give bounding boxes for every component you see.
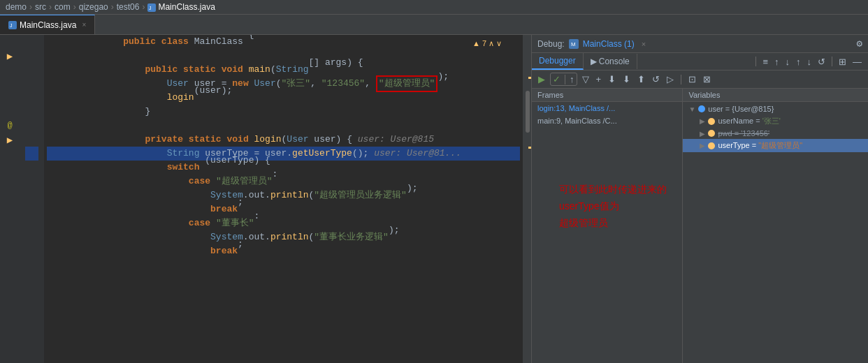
- svg-text:J: J: [149, 6, 152, 10]
- scrollbar[interactable]: [523, 35, 531, 363]
- line-num: [25, 105, 38, 119]
- breadcrumb-item: com: [55, 2, 71, 12]
- gutter-line: [0, 105, 20, 119]
- line-num: [25, 188, 38, 202]
- filter-button[interactable]: ▽: [580, 73, 591, 85]
- frame-item[interactable]: login:13, MainClass /...: [532, 102, 682, 114]
- line-num: [25, 216, 38, 230]
- gutter-line: [0, 35, 20, 49]
- gutter-line: [0, 77, 20, 91]
- var-label: pwd = '123456': [718, 129, 769, 138]
- type: User: [287, 133, 308, 147]
- breadcrumb-item: qizegao: [79, 2, 108, 12]
- var-label: user = {User@815}: [708, 105, 774, 113]
- expand-icon: ▶: [700, 117, 705, 125]
- type: User: [167, 77, 189, 91]
- string-literal: "超级管理员": [379, 78, 435, 89]
- line-num: [25, 35, 38, 49]
- scrollbar-thumb[interactable]: [526, 91, 530, 133]
- code-area[interactable]: ▶ @ ▶: [0, 35, 531, 363]
- gutter-line: [0, 91, 20, 105]
- var-item-user[interactable]: ▼ user = {User@815}: [683, 103, 868, 114]
- line-num: [25, 63, 38, 77]
- expand-icon: ▶: [700, 142, 705, 149]
- variables-header: Variables: [683, 89, 868, 102]
- highlighted-string: "超级管理员": [376, 75, 438, 92]
- pause-button[interactable]: ↓: [805, 56, 814, 68]
- method-call: login: [167, 91, 194, 105]
- gutter-line: [0, 230, 20, 244]
- keyword: static: [183, 63, 216, 77]
- editor-tab-bar: J MainClass.java ×: [0, 15, 868, 35]
- minimap-mark: [528, 147, 531, 149]
- code-line: }: [47, 105, 520, 119]
- var-item-usertype[interactable]: ▶ userType = "超级管理员": [683, 139, 868, 152]
- resume-program-button[interactable]: ▶: [536, 73, 547, 85]
- debug-body: Frames login:13, MainClass /... main:9, …: [532, 89, 868, 363]
- gutter-line: [0, 202, 20, 216]
- evaluate-button[interactable]: ▷: [665, 73, 676, 85]
- var-label: userType = "超级管理员": [718, 140, 802, 151]
- breadcrumb-sep: ›: [49, 2, 52, 12]
- breadcrumb-item: test06: [117, 2, 140, 12]
- minimize-button[interactable]: —: [851, 56, 864, 68]
- line-num: [25, 49, 38, 63]
- string-literal: "超级管理员业务逻辑": [314, 188, 407, 202]
- code-editor[interactable]: ▲ 7 ∧ ∨ public class MainClass { public …: [44, 35, 523, 363]
- close-icon[interactable]: ×: [82, 21, 86, 29]
- mute-button[interactable]: ⊠: [701, 73, 713, 85]
- type: User: [254, 77, 276, 91]
- frames-panel: Frames login:13, MainClass /... main:9, …: [532, 89, 683, 363]
- gutter-line: @: [0, 119, 20, 133]
- breadcrumb-item-active: JMainClass.java: [147, 2, 215, 12]
- keyword: class: [161, 35, 189, 49]
- up-arrow-button[interactable]: ↑: [567, 73, 577, 85]
- tab-debugger[interactable]: Debugger: [532, 53, 584, 70]
- tab-mainclass[interactable]: J MainClass.java ×: [0, 15, 95, 34]
- frame-item[interactable]: main:9, MainClass /C...: [532, 114, 682, 127]
- variable-tree: ▼ user = {User@815} ▶ userName = '张三' ▶: [683, 102, 868, 154]
- minimap-mark: [528, 77, 531, 79]
- view-breakpoints-button[interactable]: ⊡: [686, 73, 698, 85]
- step-settings-button[interactable]: ≡: [760, 56, 770, 68]
- debug-label: Debug:: [537, 39, 565, 49]
- debug-tabs: Debugger ▶Console ≡ ↑ ↓ ↑ ↓ ↺ ⊞ —: [532, 53, 868, 71]
- var-item-username[interactable]: ▶ userName = '张三': [683, 114, 868, 128]
- step-out-button[interactable]: ⬆: [635, 73, 647, 85]
- debug-toolbar: ≡ ↑ ↓ ↑ ↓ ↺ ⊞ —: [749, 56, 868, 68]
- close-session-icon[interactable]: ×: [642, 40, 646, 48]
- expand-icon: ▶: [700, 130, 705, 138]
- run-to-cursor-button[interactable]: ↺: [650, 73, 662, 85]
- tab-console[interactable]: ▶Console: [584, 54, 637, 69]
- var-type-icon: [708, 142, 715, 149]
- breadcrumb-sep: ›: [29, 2, 32, 12]
- breadcrumb: demo › src › com › qizegao › test06 › JM…: [0, 0, 868, 15]
- code-line: public class MainClass {: [47, 35, 520, 49]
- keyword: public: [123, 35, 156, 49]
- settings-icon[interactable]: ⚙: [857, 38, 862, 50]
- resume-button[interactable]: ↑: [794, 56, 803, 68]
- string-literal: "董事长业务逻辑": [314, 230, 389, 244]
- line-num: [25, 175, 38, 188]
- line-num: [25, 244, 38, 258]
- step-into-button[interactable]: ⬇: [621, 73, 632, 85]
- expand-icon: ▼: [688, 105, 695, 113]
- file-icon: J: [147, 3, 156, 12]
- breadcrumb-sep: ›: [111, 2, 114, 12]
- restore-button[interactable]: ⊞: [837, 56, 848, 68]
- debug-session-name[interactable]: MainClass (1): [583, 39, 635, 49]
- stop-button[interactable]: ↺: [816, 56, 827, 68]
- add-button[interactable]: +: [594, 73, 604, 85]
- console-icon: ▶: [591, 57, 597, 66]
- breadcrumb-item: demo: [6, 2, 27, 12]
- separator: [832, 57, 832, 66]
- var-item-pwd[interactable]: ▶ pwd = '123456': [683, 128, 868, 139]
- debug-hint: user: User@81...: [374, 147, 461, 161]
- step-over-button[interactable]: ⬇: [606, 73, 618, 85]
- tick-button[interactable]: ✓: [551, 73, 563, 85]
- step-up-button[interactable]: ↑: [772, 56, 781, 68]
- string-literal: "123456": [321, 77, 365, 91]
- step-down-button[interactable]: ↓: [783, 56, 793, 68]
- line-num: [25, 91, 38, 105]
- sep: [565, 75, 565, 84]
